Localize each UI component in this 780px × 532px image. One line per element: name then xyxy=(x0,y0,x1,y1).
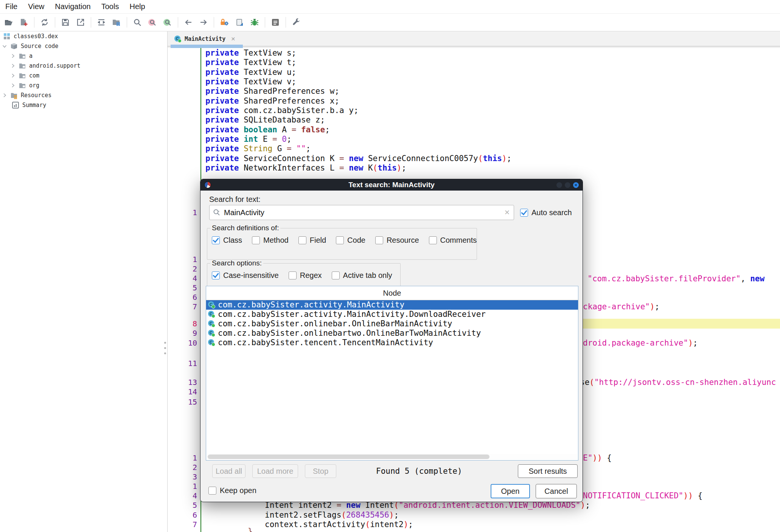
save-all-icon[interactable] xyxy=(61,17,70,27)
reload-icon[interactable] xyxy=(40,17,50,27)
open-button[interactable]: Open xyxy=(491,484,530,498)
cancel-button[interactable]: Cancel xyxy=(536,484,577,498)
code-line: } xyxy=(248,526,253,532)
line-number: 1 xyxy=(168,208,197,217)
search-input[interactable] xyxy=(223,208,504,217)
menu-item-file[interactable]: File xyxy=(5,2,17,11)
dialog-title-bar[interactable]: Text search: MainActivity xyxy=(200,179,583,191)
result-row[interactable]: com.cz.babySister.activity.MainActivity.… xyxy=(206,310,578,319)
tree-item-org[interactable]: org xyxy=(0,81,167,90)
result-label: com.cz.babySister.onlinebartwo.OnlineBar… xyxy=(218,329,481,338)
code-line: , "com.cz.babySister.fileProvider", new xyxy=(578,274,764,284)
menu-item-tools[interactable]: Tools xyxy=(101,2,119,11)
chevron-right-icon[interactable] xyxy=(10,73,16,78)
minimize-button[interactable] xyxy=(556,182,562,188)
code-line: private SharedPreferences w; xyxy=(205,86,339,96)
add-files-icon[interactable] xyxy=(19,17,29,27)
code-line: private NetworkInterfaces L = new K(this… xyxy=(205,163,406,173)
preferences-icon[interactable] xyxy=(291,17,301,27)
open-file-icon[interactable] xyxy=(4,17,14,27)
tree-item-a[interactable]: a xyxy=(0,51,167,61)
code-line: droid.package-archive"); xyxy=(583,338,698,348)
tab-mainactivity[interactable]: MainActivity xyxy=(171,33,243,45)
folder-icon xyxy=(19,82,26,89)
option-regex-checkbox[interactable]: Regex xyxy=(289,271,322,280)
tab-close-icon[interactable] xyxy=(231,36,235,42)
chevron-right-icon[interactable] xyxy=(10,83,16,88)
horizontal-scrollbar[interactable] xyxy=(207,454,577,459)
menu-item-view[interactable]: View xyxy=(28,2,44,11)
scrollbar-thumb[interactable] xyxy=(208,454,489,459)
code-line: ckage-archive"); xyxy=(583,302,659,312)
toolbar-separator xyxy=(265,17,265,28)
code-line: private SQLiteDatabase z; xyxy=(205,115,325,125)
splitter-handle[interactable] xyxy=(163,338,167,361)
definition-code-checkbox[interactable]: Code xyxy=(336,236,365,245)
search-icon[interactable] xyxy=(132,17,142,27)
active-tab-underline xyxy=(171,45,243,48)
tab-label: MainActivity xyxy=(185,36,225,42)
chevron-right-icon[interactable] xyxy=(10,53,16,59)
search-dropdown-icon[interactable] xyxy=(213,208,221,217)
dex-icon xyxy=(3,33,11,40)
stop-button[interactable]: Stop xyxy=(305,464,336,478)
text-search-icon[interactable] xyxy=(163,17,172,27)
back-icon[interactable] xyxy=(183,17,193,27)
tree-item-source-code[interactable]: Source code xyxy=(0,41,167,51)
close-button[interactable] xyxy=(573,182,579,188)
sort-results-button[interactable]: Sort results xyxy=(518,464,578,478)
clear-icon[interactable] xyxy=(504,208,510,217)
results-header: Node xyxy=(206,286,578,300)
quark-icon[interactable] xyxy=(235,17,244,27)
definition-resource-checkbox[interactable]: Resource xyxy=(375,236,419,245)
flat-packages-icon[interactable] xyxy=(112,17,121,27)
line-number: 7 xyxy=(168,302,197,312)
definition-class-checkbox[interactable]: Class xyxy=(212,236,242,245)
definition-field-checkbox[interactable]: Field xyxy=(298,236,326,245)
definition-comments-checkbox[interactable]: Comments xyxy=(429,236,477,245)
tree-item-summary[interactable]: Summary xyxy=(0,100,167,110)
tree-item-classes03-dex[interactable]: classes03.dex xyxy=(0,31,167,41)
tree-item-resources[interactable]: Resources xyxy=(0,90,167,100)
class-icon xyxy=(208,330,215,337)
load-more-button[interactable]: Load more xyxy=(252,464,298,478)
chevron-right-icon[interactable] xyxy=(2,93,7,98)
export-icon[interactable] xyxy=(76,17,85,27)
log-viewer-icon[interactable] xyxy=(270,17,280,27)
fit-width-icon[interactable] xyxy=(96,17,106,27)
result-row[interactable]: com.cz.babySister.onlinebartwo.OnlineBar… xyxy=(206,329,578,338)
result-row[interactable]: com.cz.babySister.onlinebar.OnlineBarMai… xyxy=(206,319,578,329)
code-line: private TextView t; xyxy=(205,57,296,67)
result-row[interactable]: com.cz.babySister.activity.MainActivity xyxy=(206,300,578,310)
forward-icon[interactable] xyxy=(199,17,208,27)
definition-method-checkbox[interactable]: Method xyxy=(252,236,289,245)
debugger-icon[interactable] xyxy=(250,17,259,27)
project-tree[interactable]: classes03.dexSource codeaandroid.support… xyxy=(0,31,168,532)
tree-item-com[interactable]: com xyxy=(0,71,167,81)
toolbar xyxy=(0,14,780,31)
chevron-right-icon[interactable] xyxy=(10,63,16,68)
search-for-text-label: Search for text: xyxy=(209,195,261,204)
menu-item-navigation[interactable]: Navigation xyxy=(55,2,91,11)
load-all-button[interactable]: Load all xyxy=(212,464,245,478)
tree-item-android-support[interactable]: android.support xyxy=(0,61,167,71)
class-search-icon[interactable] xyxy=(148,17,157,27)
option-active-tab-only-checkbox[interactable]: Active tab only xyxy=(332,271,392,280)
chevron-down-icon[interactable] xyxy=(2,43,7,49)
result-row[interactable]: com.cz.babySister.tencent.TencentMainAct… xyxy=(206,338,578,347)
line-number: 5 xyxy=(168,283,197,293)
maximize-button[interactable] xyxy=(565,182,570,188)
result-label: com.cz.babySister.activity.MainActivity.… xyxy=(218,310,486,319)
toolbar-separator xyxy=(127,17,127,28)
menu-bar: FileViewNavigationToolsHelp xyxy=(0,0,780,14)
option-case-insensitive-checkbox[interactable]: Case-insensitive xyxy=(212,271,279,280)
auto-search-checkbox[interactable]: Auto search xyxy=(520,208,572,217)
menu-item-help[interactable]: Help xyxy=(129,2,145,11)
keep-open-checkbox[interactable]: Keep open xyxy=(208,486,256,495)
deobfuscation-icon[interactable] xyxy=(219,17,229,27)
line-number: 7 xyxy=(168,520,197,529)
results-table[interactable]: Node com.cz.babySister.activity.MainActi… xyxy=(206,286,578,461)
line-number: 2 xyxy=(168,462,197,472)
toolbar-separator xyxy=(91,17,91,28)
code-line: private SharedPreferences x; xyxy=(205,96,339,106)
